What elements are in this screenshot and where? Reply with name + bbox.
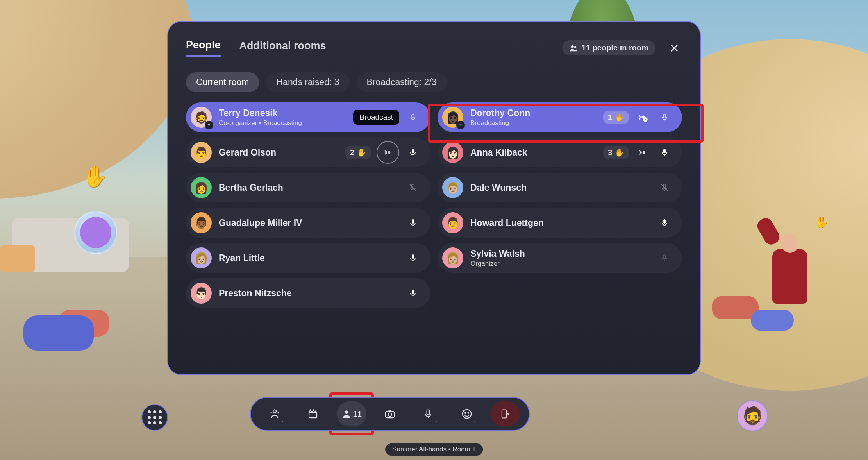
- participant-row[interactable]: 👨🏾Guadalupe Miller IV: [186, 208, 430, 238]
- room-label: Summer All-hands • Room 1: [385, 443, 483, 456]
- participants-grid: 🧔Terry DenesikCo-organizer • Broadcastin…: [186, 102, 682, 308]
- environment-table: [0, 245, 35, 272]
- grid-icon: [148, 410, 162, 424]
- participant-actions: [405, 109, 421, 125]
- participant-row[interactable]: 👩🏼Ryan Little: [186, 243, 430, 273]
- hand-order: 2: [350, 148, 354, 157]
- participant-name: Bertha Gerlach: [219, 183, 398, 193]
- broadcast-tooltip: Broadcast: [353, 110, 399, 125]
- svg-rect-26: [427, 410, 430, 415]
- microphone-icon[interactable]: [405, 109, 421, 125]
- dock-leave-button[interactable]: [490, 401, 520, 426]
- broadcast-button[interactable]: [377, 141, 399, 164]
- microphone-icon[interactable]: [405, 179, 421, 196]
- self-avatar-button[interactable]: 🧔: [737, 400, 768, 431]
- microphone-icon[interactable]: [656, 109, 673, 125]
- participant-avatar: 👩🏻: [442, 142, 463, 163]
- participant-name: Dorothy Conn: [470, 108, 596, 118]
- filter-hands-raised[interactable]: Hands raised: 3: [266, 72, 349, 92]
- host-badge-icon: [205, 121, 213, 129]
- filter-current-room[interactable]: Current room: [186, 72, 259, 92]
- participant-row[interactable]: 👨🏻Preston Nitzsche: [186, 278, 430, 308]
- chevron-up-icon: ︿: [473, 419, 477, 424]
- filter-pills: Current room Hands raised: 3 Broadcastin…: [186, 72, 682, 92]
- participant-info: Ryan Little: [219, 253, 398, 263]
- participant-row[interactable]: 👩Bertha Gerlach: [186, 173, 430, 202]
- participant-actions: [405, 215, 421, 231]
- svg-point-28: [465, 412, 466, 413]
- participant-avatar: 👩🏼: [442, 247, 463, 268]
- microphone-icon[interactable]: [656, 215, 673, 231]
- participant-row[interactable]: 👨Howard Luettgen: [438, 208, 682, 238]
- svg-rect-13: [663, 149, 666, 153]
- participant-info: Howard Luettgen: [470, 218, 649, 228]
- participant-row[interactable]: 🧔Terry DenesikCo-organizer • Broadcastin…: [186, 102, 430, 132]
- microphone-icon[interactable]: [405, 215, 421, 231]
- people-panel: People Additional rooms 11 people in roo…: [167, 21, 701, 375]
- hand-raised-badge: 3✋: [603, 146, 629, 159]
- filter-broadcasting[interactable]: Broadcasting: 2/3: [357, 72, 447, 92]
- hand-raised-badge: 2✋: [345, 146, 371, 159]
- participant-info: Dale Wunsch: [470, 183, 649, 193]
- svg-point-1: [574, 46, 577, 48]
- dock-camera-button[interactable]: [375, 401, 405, 426]
- participant-actions: [405, 250, 421, 266]
- dock-microphone-button[interactable]: ︿: [413, 401, 443, 426]
- participant-row[interactable]: 👩🏻Anna Kilback3✋: [438, 138, 682, 167]
- microphone-icon[interactable]: [405, 144, 421, 161]
- participant-row[interactable]: 👩🏼Sylvia WalshOrganizer: [438, 243, 682, 273]
- participant-actions: 1✋: [603, 109, 673, 125]
- tab-people[interactable]: People: [186, 39, 221, 57]
- broadcast-icon[interactable]: [634, 144, 651, 161]
- participant-row[interactable]: 👨🏼Dale Wunsch: [438, 173, 682, 202]
- nearby-avatar-bubble[interactable]: [74, 211, 117, 254]
- participant-row[interactable]: 👨Gerard Olson2✋: [186, 138, 430, 167]
- people-count-pill[interactable]: 11 people in room: [562, 40, 655, 55]
- svg-rect-11: [412, 149, 414, 153]
- svg-rect-9: [663, 114, 666, 118]
- dock-reactions-button[interactable]: ︿: [452, 401, 482, 426]
- svg-rect-24: [386, 412, 395, 418]
- participant-avatar: 👩🏼: [191, 247, 212, 268]
- hand-order: 3: [608, 148, 612, 157]
- microphone-icon[interactable]: [656, 250, 673, 266]
- microphone-icon[interactable]: [656, 144, 673, 161]
- dock-people-button[interactable]: 11: [337, 401, 366, 426]
- tab-additional-rooms[interactable]: Additional rooms: [239, 40, 326, 56]
- people-icon: [569, 44, 578, 52]
- participant-name: Guadalupe Miller IV: [219, 218, 398, 228]
- chevron-up-icon: ︿: [281, 419, 285, 424]
- svg-point-21: [273, 410, 276, 413]
- participant-name: Dale Wunsch: [470, 183, 649, 193]
- close-button[interactable]: [666, 40, 682, 56]
- raised-hand-icon: ✋: [814, 215, 829, 229]
- svg-point-7: [643, 116, 645, 118]
- raised-hand-icon: ✋: [614, 113, 624, 122]
- svg-rect-20: [412, 290, 414, 294]
- dock-clapper-button[interactable]: [298, 401, 328, 426]
- participant-row[interactable]: 👩🏿Dorothy ConnBroadcasting1✋: [438, 102, 682, 132]
- dock-avatar-button[interactable]: ︿: [260, 401, 289, 426]
- app-menu-button[interactable]: [141, 404, 168, 431]
- environment-cushion: [23, 315, 94, 351]
- chevron-up-icon: ︿: [434, 419, 438, 424]
- microphone-icon[interactable]: [656, 179, 673, 196]
- svg-rect-19: [663, 255, 666, 259]
- participant-info: Preston Nitzsche: [219, 288, 398, 299]
- participant-subtitle: Broadcasting: [470, 119, 596, 127]
- microphone-icon[interactable]: [405, 285, 421, 301]
- participant-subtitle: Organizer: [470, 260, 649, 268]
- svg-point-6: [460, 126, 461, 126]
- participant-name: Anna Kilback: [470, 147, 596, 158]
- broadcast-stop-icon[interactable]: [634, 109, 651, 125]
- participant-actions: [656, 179, 673, 196]
- svg-point-3: [209, 126, 209, 126]
- svg-point-25: [388, 413, 392, 417]
- svg-rect-4: [412, 114, 414, 118]
- participant-info: Guadalupe Miller IV: [219, 218, 398, 228]
- hand-order: 1: [608, 113, 612, 122]
- participant-actions: [405, 285, 421, 301]
- microphone-icon[interactable]: [405, 250, 421, 266]
- participant-avatar: 👨🏼: [442, 177, 463, 198]
- participant-actions: [656, 250, 673, 266]
